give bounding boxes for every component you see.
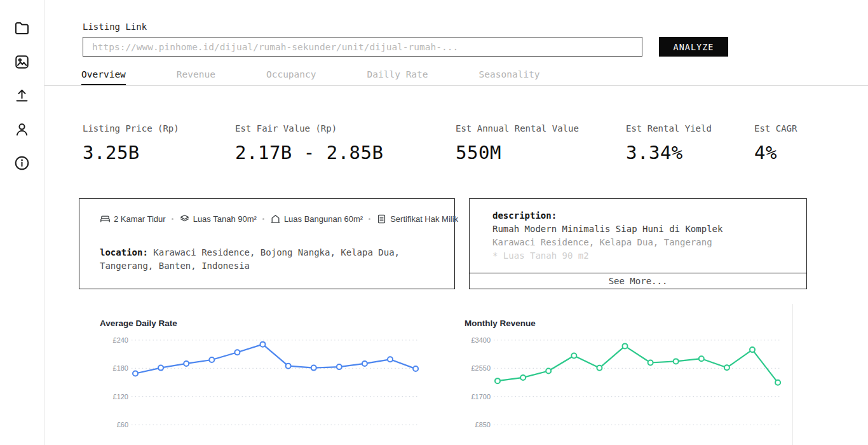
data-point-marker xyxy=(674,359,679,364)
description-label: description: xyxy=(492,209,722,222)
y-axis-tick-label: £2550 xyxy=(471,364,491,372)
tab-overview[interactable]: Overview xyxy=(81,69,126,86)
stat-value: 2.17B - 2.85B xyxy=(235,142,456,163)
tab-revenue[interactable]: Revenue xyxy=(177,69,215,86)
stat-est-cagr: Est CAGR 4% xyxy=(754,123,797,163)
certificate-icon xyxy=(376,214,387,224)
data-point-marker xyxy=(261,342,266,347)
building-area-icon xyxy=(270,214,281,224)
property-details-card: 2 Kamar TidurLuas Tanah 90m²Luas Banguna… xyxy=(79,198,455,289)
data-point-marker xyxy=(337,364,342,369)
data-point-marker xyxy=(234,350,240,355)
data-point-marker xyxy=(775,380,780,385)
feature-label: Luas Tanah 90m² xyxy=(193,214,257,224)
see-more-button[interactable]: See More... xyxy=(470,273,806,289)
profile-icon[interactable] xyxy=(13,121,31,138)
location-label: location: xyxy=(100,247,148,257)
feature-building-area: Luas Bangunan 60m² xyxy=(270,214,363,224)
data-point-marker xyxy=(623,343,628,348)
y-axis-tick-label: £3400 xyxy=(471,336,491,344)
stat-label: Est Fair Value (Rp) xyxy=(235,123,456,134)
feature-separator-dot xyxy=(369,218,370,220)
data-point-marker xyxy=(311,366,316,371)
stat-listing-price-rp-: Listing Price (Rp) 3.25B xyxy=(83,123,235,163)
description-line: Rumah Modern Minimalis Siap Huni di Komp… xyxy=(492,222,722,236)
stat-est-annual-rental-value: Est Annual Rental Value 550M xyxy=(456,123,626,163)
data-point-marker xyxy=(520,375,526,380)
y-axis-tick-label: £850 xyxy=(475,421,491,428)
stat-label: Est CAGR xyxy=(754,123,797,134)
stat-value: 3.34% xyxy=(626,142,754,163)
bed-icon xyxy=(100,214,111,224)
feature-separator-dot xyxy=(172,218,173,220)
y-axis-tick-label: £120 xyxy=(113,393,128,400)
monthly-revenue-chart: £3400£2550£1700£850 xyxy=(451,331,794,445)
description-line: * Luas Tanah 90 m2 xyxy=(492,249,722,263)
data-point-marker xyxy=(388,357,393,362)
feature-label: Luas Bangunan 60m² xyxy=(284,214,363,224)
listing-link-input[interactable] xyxy=(83,37,642,57)
stat-label: Est Annual Rental Value xyxy=(456,123,626,134)
chart-title-monthly-revenue: Monthly Revenue xyxy=(465,318,536,328)
data-point-marker xyxy=(724,365,729,370)
data-point-marker xyxy=(158,366,163,371)
stat-est-fair-value-rp-: Est Fair Value (Rp) 2.17B - 2.85B xyxy=(235,123,456,163)
folder-icon[interactable] xyxy=(13,20,31,37)
property-features: 2 Kamar TidurLuas Tanah 90m²Luas Banguna… xyxy=(100,214,458,224)
y-axis-tick-label: £180 xyxy=(113,364,128,372)
upload-icon[interactable] xyxy=(13,87,31,104)
data-point-marker xyxy=(546,369,551,374)
data-point-marker xyxy=(362,361,367,366)
stat-label: Est Rental Yield xyxy=(626,123,754,134)
tab-dailly-rate[interactable]: Dailly Rate xyxy=(367,69,428,86)
description-line: Karawaci Residence, Kelapa Dua, Tangeran… xyxy=(492,236,722,249)
y-axis-tick-label: £1700 xyxy=(471,393,491,400)
stat-est-rental-yield: Est Rental Yield 3.34% xyxy=(626,123,754,163)
data-point-marker xyxy=(413,366,418,371)
description-card: description: Rumah Modern Minimalis Siap… xyxy=(469,198,807,289)
data-point-marker xyxy=(184,361,189,366)
tab-bar: OverviewRevenueOccupancyDailly RateSeaso… xyxy=(81,69,591,86)
tab-occupancy[interactable]: Occupancy xyxy=(266,69,316,86)
land-area-icon xyxy=(179,214,190,224)
average-daily-rate-chart: £240£180£120£60 xyxy=(89,331,432,445)
description-text: description: Rumah Modern Minimalis Siap… xyxy=(492,209,722,263)
info-icon[interactable] xyxy=(13,154,31,172)
y-axis-tick-label: £240 xyxy=(113,336,128,344)
stat-value: 550M xyxy=(456,142,626,163)
data-point-marker xyxy=(133,371,138,376)
feature-label: 2 Kamar Tidur xyxy=(114,214,166,224)
stat-value: 3.25B xyxy=(83,142,235,163)
data-point-marker xyxy=(750,347,755,352)
stat-value: 4% xyxy=(754,142,797,163)
tabs-divider xyxy=(44,85,868,86)
data-point-marker xyxy=(597,366,602,371)
chart-title-average-daily-rate: Average Daily Rate xyxy=(100,318,177,328)
analyze-button[interactable]: ANALYZE xyxy=(659,37,728,57)
data-point-marker xyxy=(571,353,576,359)
location-text: location: Karawaci Residence, Bojong Nan… xyxy=(100,246,435,273)
tab-seasonality[interactable]: Seasonality xyxy=(479,69,540,86)
data-point-marker xyxy=(286,364,291,369)
data-point-marker xyxy=(209,357,214,362)
feature-separator-dot xyxy=(262,218,264,220)
listing-link-label: Listing Link xyxy=(83,22,147,32)
data-point-marker xyxy=(699,356,704,361)
stats-row: Listing Price (Rp) 3.25BEst Fair Value (… xyxy=(83,123,797,163)
feature-certificate: Sertifikat Hak Milik xyxy=(376,214,458,224)
data-line xyxy=(498,346,778,382)
chart-section-divider xyxy=(792,304,793,445)
stat-label: Listing Price (Rp) xyxy=(83,123,235,134)
sidebar xyxy=(0,0,44,445)
gallery-icon[interactable] xyxy=(13,53,31,71)
feature-land-area: Luas Tanah 90m² xyxy=(179,214,257,224)
data-line xyxy=(135,345,416,374)
data-point-marker xyxy=(495,378,500,383)
y-axis-tick-label: £60 xyxy=(117,421,128,428)
feature-label: Sertifikat Hak Milik xyxy=(390,214,458,224)
data-point-marker xyxy=(648,360,653,365)
feature-bed: 2 Kamar Tidur xyxy=(100,214,166,224)
